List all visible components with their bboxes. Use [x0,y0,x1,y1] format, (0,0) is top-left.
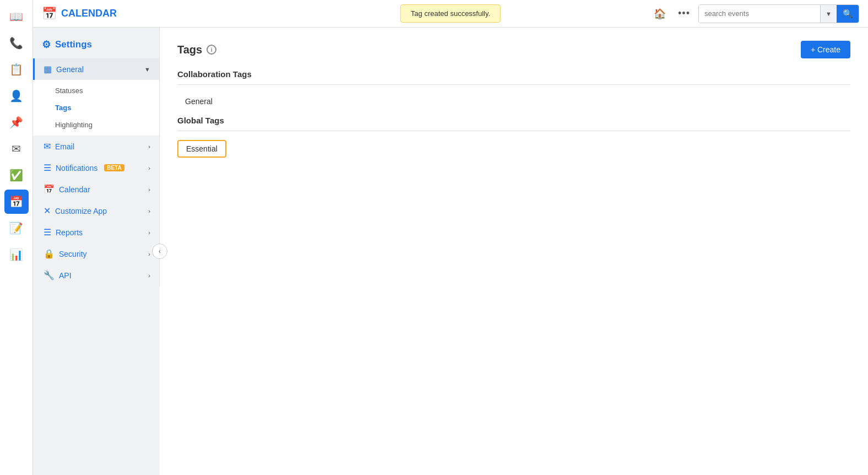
reports-icon: ☰ [44,227,51,238]
security-label: Security [59,250,87,258]
icon-rail: 📖 📞 📋 👤 📌 ✉ ✅ 📅 📝 📊 [0,0,33,475]
customize-icon: ✕ [44,206,51,216]
rail-icon-book[interactable]: 📖 [4,4,29,29]
search-go-button[interactable]: 🔍 [837,4,859,23]
more-button[interactable]: ••• [674,4,694,24]
rail-icon-notes[interactable]: 📝 [4,216,29,240]
rail-icon-calendar[interactable]: 📅 [4,190,29,214]
rail-icon-check[interactable]: ✅ [4,163,29,187]
toast-notification: Tag created successfully. [400,4,501,23]
customize-chevron-icon: › [148,208,150,214]
page-title-row: Tags i + Create [177,41,850,58]
security-chevron-icon: › [148,251,150,257]
sidebar-item-api[interactable]: 🔧 API › [33,265,159,286]
global-divider [177,131,850,131]
email-chevron-icon: › [148,143,150,150]
calendar-menu-icon: 📅 [44,184,55,195]
info-icon[interactable]: i [207,45,216,55]
app-name: CALENDAR [61,8,117,19]
sidebar-item-customize-left: ✕ Customize App [44,206,107,216]
general-submenu: Statuses Tags Highlighting [33,80,159,136]
sidebar-item-general-left: ▦ General [44,64,84,74]
rail-icon-phone[interactable]: 📞 [4,31,29,55]
sidebar-item-email-left: ✉ Email [44,141,74,152]
main-content: Tags i + Create Collaboration Tags Gener… [160,28,868,475]
submenu-statuses[interactable]: Statuses [33,82,159,99]
rail-icon-pin[interactable]: 📌 [4,110,29,134]
settings-sidebar: ⚙ Settings ▦ General ▼ Statuses Tags Hig… [33,28,160,286]
rail-icon-mail[interactable]: ✉ [4,137,29,161]
gear-icon: ⚙ [42,39,51,51]
notifications-label: Notifications [56,164,97,172]
general-chevron-icon: ▼ [144,66,150,73]
page-title: Tags i [177,44,216,56]
rail-icon-list[interactable]: 📋 [4,57,29,82]
collaboration-tags-heading: Collaboration Tags [177,69,850,79]
settings-label: Settings [55,39,92,50]
sidebar-item-calendar-left: 📅 Calendar [44,184,90,195]
customize-label: Customize App [55,207,107,215]
sidebar-item-calendar[interactable]: 📅 Calendar › [33,179,159,200]
api-chevron-icon: › [148,272,150,279]
reports-chevron-icon: › [148,229,150,236]
collaboration-tag-general[interactable]: General [177,94,220,109]
rail-icon-chart[interactable]: 📊 [4,242,29,267]
sidebar-item-security-left: 🔒 Security [44,249,87,259]
sidebar-item-customize[interactable]: ✕ Customize App › [33,200,159,222]
home-button[interactable]: 🏠 [650,4,670,24]
content-row: ⚙ Settings ▦ General ▼ Statuses Tags Hig… [33,28,868,475]
sidebar-item-api-left: 🔧 API [44,270,72,280]
rail-icon-contact[interactable]: 👤 [4,84,29,108]
submenu-highlighting[interactable]: Highlighting [33,116,159,133]
api-icon: 🔧 [44,270,55,280]
general-label: General [56,65,84,74]
create-button[interactable]: + Create [801,41,850,58]
global-tags-heading: Global Tags [177,116,850,125]
reports-label: Reports [56,228,83,237]
security-icon: 🔒 [44,249,55,259]
sidebar-collapse-button[interactable]: ‹ [152,244,167,259]
sidebar-wrapper: ⚙ Settings ▦ General ▼ Statuses Tags Hig… [33,28,160,475]
submenu-tags[interactable]: Tags [33,99,159,116]
collaboration-divider [177,84,850,85]
app-logo: 📅 CALENDAR [42,7,117,21]
sidebar-item-notifications[interactable]: ☰ Notifications BETA › [33,157,159,179]
main-container: 📅 CALENDAR Tag created successfully. 🏠 •… [33,0,868,475]
sidebar-item-reports-left: ☰ Reports [44,227,83,238]
general-icon: ▦ [44,64,52,74]
email-label: Email [55,142,74,151]
search-input[interactable] [699,5,820,23]
sidebar-item-general[interactable]: ▦ General ▼ [33,58,159,80]
notifications-icon: ☰ [44,163,51,173]
search-dropdown-button[interactable]: ▼ [820,4,837,23]
topbar-actions: 🏠 ••• ▼ 🔍 [650,4,859,24]
email-icon: ✉ [44,141,51,152]
calendar-menu-label: Calendar [59,185,90,194]
notifications-chevron-icon: › [148,165,150,171]
global-tag-essential[interactable]: Essential [177,140,226,158]
sidebar-item-notifications-left: ☰ Notifications BETA [44,163,124,173]
beta-badge: BETA [104,164,124,171]
settings-title: ⚙ Settings [33,34,159,58]
search-container: ▼ 🔍 [698,4,859,23]
page-title-text: Tags [177,44,202,56]
topbar: 📅 CALENDAR Tag created successfully. 🏠 •… [33,0,868,28]
calendar-chevron-icon: › [148,186,150,193]
api-label: API [59,271,72,280]
sidebar-item-email[interactable]: ✉ Email › [33,136,159,157]
sidebar-item-reports[interactable]: ☰ Reports › [33,222,159,243]
calendar-logo-icon: 📅 [42,7,57,21]
sidebar-item-security[interactable]: 🔒 Security › [33,243,159,265]
